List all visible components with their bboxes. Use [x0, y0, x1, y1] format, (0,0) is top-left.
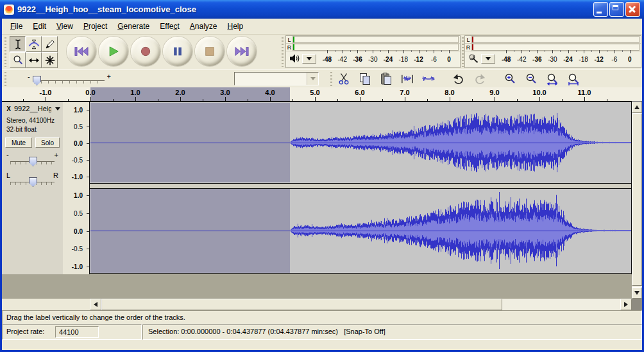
- solo-button[interactable]: Solo: [35, 137, 60, 148]
- paste-icon: [380, 73, 393, 85]
- meter-menu-button[interactable]: [302, 54, 316, 64]
- ruler-minor-tick: [248, 99, 248, 101]
- draw-tool-button[interactable]: [42, 36, 58, 52]
- amplitude-label: 1.0: [63, 107, 83, 114]
- gain-slider[interactable]: - +: [5, 151, 60, 168]
- output-volume-thumb[interactable]: [33, 76, 41, 85]
- menu-file[interactable]: File: [5, 20, 28, 33]
- title-bar[interactable]: 9922__Heigh_hoo__steam_locomotive_close: [0, 0, 644, 19]
- ruler-minor-tick: [472, 99, 473, 101]
- stop-button[interactable]: [195, 37, 225, 66]
- play-button[interactable]: [99, 37, 128, 66]
- minimize-button[interactable]: [593, 2, 608, 17]
- gain-thumb[interactable]: [29, 157, 37, 166]
- horizontal-scroll-thumb[interactable]: [101, 299, 502, 310]
- redo-button[interactable]: [471, 71, 488, 87]
- mixer-gripper[interactable]: [4, 72, 6, 86]
- selection-tool-button[interactable]: [10, 36, 26, 52]
- envelope-tool-button[interactable]: [26, 36, 42, 52]
- timeline-ruler[interactable]: -1.00.01.02.03.04.05.06.07.08.09.010.011…: [2, 87, 642, 101]
- time-shift-tool-button[interactable]: [26, 52, 42, 68]
- time-shift-tool-icon: [28, 55, 40, 66]
- skip-to-start-button[interactable]: [67, 37, 96, 66]
- combo-dropdown-button[interactable]: [307, 73, 318, 85]
- amplitude-label: -0.5: [63, 157, 83, 164]
- silence-selection-icon: [422, 73, 435, 85]
- mute-button[interactable]: Mute: [5, 137, 32, 148]
- meter-gripper-2[interactable]: [462, 37, 464, 67]
- fit-selection-button[interactable]: [544, 71, 561, 87]
- ruler-major-tick: [539, 97, 540, 101]
- amplitude-label: 0.0: [63, 227, 83, 234]
- input-meter[interactable]: LR-48-42-36-30-24-18-12-60: [464, 35, 641, 68]
- pan-thumb[interactable]: [29, 177, 37, 187]
- track-menu-chevron-down-icon[interactable]: [55, 107, 60, 110]
- pause-button[interactable]: [163, 37, 192, 66]
- project-rate-value[interactable]: 44100: [55, 326, 99, 338]
- output-volume-slider[interactable]: - +: [28, 72, 111, 86]
- track-control-panel[interactable]: X 9922__Heig Stereo, 44100Hz 32-bit floa…: [2, 101, 63, 274]
- cut-button[interactable]: [335, 71, 352, 87]
- scale-tick: [537, 50, 538, 53]
- track-close-button[interactable]: X: [4, 105, 13, 113]
- draw-tool-icon: [44, 39, 56, 50]
- combo-value: [235, 73, 307, 85]
- menu-view[interactable]: View: [51, 20, 78, 33]
- paste-button[interactable]: [378, 71, 394, 87]
- close-button[interactable]: [625, 2, 640, 17]
- silence-selection-button[interactable]: [420, 71, 437, 87]
- zoom-out-button[interactable]: [523, 71, 539, 87]
- scale-tick: [357, 50, 358, 53]
- zoom-in-button[interactable]: [502, 71, 518, 87]
- microphone-icon: [128, 73, 139, 85]
- menu-edit[interactable]: Edit: [28, 20, 51, 33]
- db-scale-label: -48: [323, 56, 332, 63]
- ruler-minor-tick: [427, 99, 428, 101]
- scale-minor-tick: [576, 50, 577, 52]
- scale-tick: [630, 50, 631, 53]
- fit-project-button[interactable]: [565, 71, 582, 87]
- menu-help[interactable]: Help: [222, 20, 248, 33]
- horizontal-scrollbar[interactable]: [2, 299, 632, 310]
- pan-slider[interactable]: L R: [5, 172, 60, 188]
- skip-to-end-button[interactable]: [227, 37, 257, 66]
- record-button[interactable]: [131, 37, 160, 66]
- stop-icon: [203, 46, 217, 57]
- waveform-channel-right[interactable]: [90, 189, 631, 273]
- meter-menu-button[interactable]: [481, 54, 495, 64]
- timeline-label: 9.0: [489, 89, 499, 96]
- undo-button[interactable]: [450, 71, 467, 87]
- vertical-scroll-thumb[interactable]: [632, 113, 642, 286]
- track-title[interactable]: 9922__Heig: [14, 105, 51, 112]
- window-border-left: [0, 19, 2, 352]
- toolbar-gripper[interactable]: [4, 37, 6, 67]
- output-meter[interactable]: LR-48-42-36-30-24-18-12-60: [285, 35, 461, 68]
- meter-channel-label: R: [286, 44, 292, 51]
- menu-project[interactable]: Project: [78, 20, 112, 33]
- menu-generate[interactable]: Generate: [112, 20, 155, 33]
- scroll-up-button[interactable]: [632, 101, 642, 113]
- db-scale-label: 0: [628, 56, 632, 63]
- zoom-tool-button[interactable]: [10, 52, 26, 68]
- vertical-ruler[interactable]: 1.00.50.0-0.5-1.01.00.50.0-0.5-1.0: [63, 101, 90, 274]
- scroll-left-button[interactable]: [90, 299, 101, 310]
- waveform-channel-left[interactable]: [90, 103, 631, 182]
- menu-effect[interactable]: Effect: [155, 20, 184, 33]
- timeline-label: 0.0: [85, 89, 95, 96]
- vertical-scrollbar[interactable]: [632, 101, 642, 299]
- edit-gripper[interactable]: [330, 72, 332, 86]
- scroll-down-button[interactable]: [632, 287, 642, 299]
- input-source-combo[interactable]: [234, 72, 319, 85]
- maximize-button[interactable]: [609, 2, 624, 17]
- db-scale-label: -24: [384, 56, 393, 63]
- multi-tool-button[interactable]: [42, 52, 58, 68]
- menu-analyze[interactable]: Analyze: [185, 20, 223, 33]
- db-scale-label: -6: [611, 56, 617, 63]
- meter-gripper[interactable]: [282, 37, 284, 67]
- waveform-display[interactable]: [90, 101, 632, 274]
- scroll-right-button[interactable]: [620, 299, 632, 310]
- trim-outside-selection-button[interactable]: [399, 71, 416, 87]
- selection-status: Selection: 0:00.000000 - 0:04.437877 (0:…: [142, 324, 642, 340]
- copy-button[interactable]: [357, 71, 373, 87]
- track-format-info: Stereo, 44100Hz: [6, 117, 55, 124]
